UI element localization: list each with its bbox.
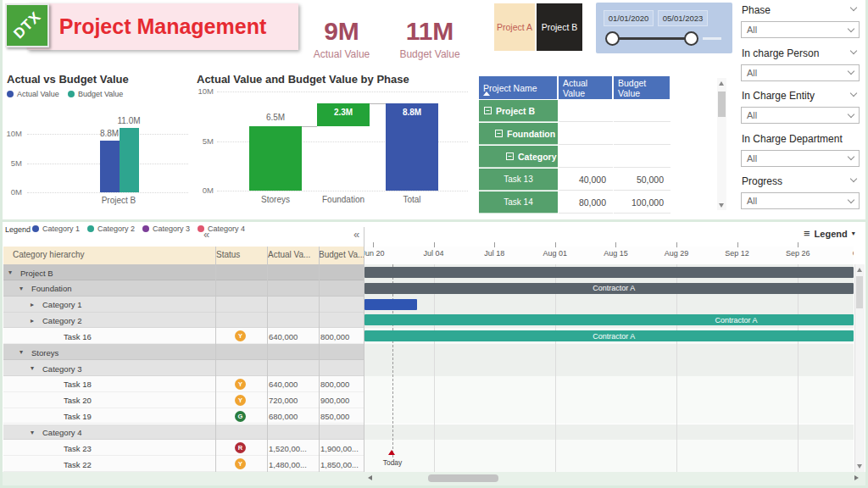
- gantt-bar-task-16[interactable]: Contractor A: [364, 330, 854, 341]
- expand-toggle-icon[interactable]: ▾: [8, 269, 12, 276]
- project-management-dashboard: { "header": { "logo": "DTX", "title": "P…: [0, 0, 868, 488]
- filter-label-phase: Phase: [742, 4, 848, 16]
- chevron-down-icon: [848, 197, 854, 203]
- gantt-row-task-23[interactable]: [3, 440, 364, 456]
- y-tick-label: 5M: [3, 158, 22, 168]
- y-tick-label: 10M: [3, 129, 22, 138]
- gantt-row-task-22[interactable]: [3, 456, 364, 472]
- filter-label-in-charge-person: In charge Person: [742, 47, 848, 59]
- scroll-left-icon[interactable]: [368, 475, 372, 480]
- kpi-budget-value-label: Budget Value: [392, 48, 468, 60]
- collapse-panel-right-icon[interactable]: «: [353, 228, 358, 241]
- chevron-down-icon: [848, 153, 854, 160]
- collapse-box-icon[interactable]: −: [484, 107, 492, 114]
- timeline-tick-mark: [737, 242, 738, 247]
- slider-handle-end[interactable]: [684, 31, 698, 46]
- expand-toggle-icon[interactable]: ▸: [31, 301, 34, 308]
- legend-item-label: Category 4: [208, 225, 245, 233]
- gantt-row-task-19[interactable]: [3, 408, 364, 424]
- gantt-legend-button[interactable]: ≡ Legend ▾: [804, 227, 855, 240]
- matrix-header-budget-value[interactable]: Budget Value: [614, 76, 670, 99]
- matrix-row-foundation[interactable]: −Foundation: [479, 123, 558, 145]
- column-separator: [267, 247, 268, 472]
- timeline-gridline: [555, 264, 556, 472]
- expand-toggle-icon[interactable]: ▸: [31, 317, 34, 324]
- waterfall-bar-storeys[interactable]: [249, 126, 302, 191]
- gantt-row-name: Category 2: [42, 316, 81, 325]
- matrix-actual-cell: [559, 146, 613, 168]
- gantt-row-name: Task 20: [64, 396, 92, 405]
- gantt-row-project-b[interactable]: [3, 264, 364, 280]
- gantt-column-status[interactable]: Status: [216, 250, 240, 259]
- gantt-row-task-20[interactable]: [3, 392, 364, 408]
- matrix-actual-cell: [559, 123, 613, 145]
- expand-toggle-icon[interactable]: ▾: [19, 285, 23, 292]
- bar-budget-value[interactable]: [120, 128, 139, 192]
- expand-toggle-icon[interactable]: ▾: [31, 429, 34, 436]
- matrix-row-category-1[interactable]: −Category 1: [479, 146, 558, 168]
- gantt-row-task-16[interactable]: [3, 328, 364, 344]
- collapse-box-icon[interactable]: −: [506, 152, 514, 160]
- collapse-panel-left-icon[interactable]: «: [203, 228, 208, 241]
- matrix-scrollbar-thumb[interactable]: [718, 92, 726, 117]
- x-axis-label: Total: [386, 195, 438, 204]
- timeline-tick-label: Jul 04: [413, 249, 455, 258]
- gantt-lane-bg: [364, 297, 854, 313]
- gantt-bar-foundation[interactable]: Contractor A: [364, 283, 854, 294]
- filter-dropdown-in-charge-person[interactable]: All: [741, 64, 860, 81]
- gantt-bar-category-1[interactable]: [364, 299, 417, 310]
- gantt-legend-label: Legend: [5, 225, 31, 234]
- expand-toggle-icon[interactable]: ▾: [19, 348, 23, 356]
- legend-item-label: Category 1: [42, 225, 80, 233]
- gantt-row-name: Task 16: [64, 332, 92, 341]
- bar-data-label: 11.0M: [108, 116, 150, 125]
- today-label: Today: [376, 458, 409, 467]
- gantt-column-category-hierarchy[interactable]: Category hierarchy: [13, 250, 84, 259]
- timeline-tick-label: Aug 01: [534, 249, 576, 258]
- matrix-row-project-b[interactable]: −Project B: [479, 100, 558, 122]
- gantt-hscroll-thumb[interactable]: [428, 474, 498, 482]
- matrix-actual-cell: 40,000: [559, 169, 613, 191]
- scroll-down-icon[interactable]: [719, 203, 724, 208]
- timeline-tick-label: Aug 29: [655, 249, 698, 258]
- filter-dropdown-in-charge-department[interactable]: All: [741, 150, 860, 167]
- gantt-vscroll-thumb[interactable]: [856, 276, 863, 308]
- scroll-up-icon[interactable]: [857, 268, 862, 272]
- expand-toggle-icon[interactable]: ▾: [31, 364, 34, 372]
- gantt-bar-label: Contractor A: [593, 332, 635, 341]
- kpi-actual-value-number: 9M: [309, 17, 374, 45]
- matrix-row-task-14[interactable]: Task 14: [479, 191, 558, 214]
- filter-value: All: [747, 196, 757, 206]
- bar-data-label: 8.8M: [386, 108, 438, 117]
- gantt-bar-category-2[interactable]: Contractor A: [364, 314, 854, 325]
- date-range-slider: 01/01/2020 05/01/2023: [596, 3, 732, 53]
- legend-item-label: Category 3: [153, 225, 190, 233]
- bar-actual-value[interactable]: [100, 141, 120, 192]
- matrix-row-task-13[interactable]: Task 13: [479, 169, 558, 191]
- timeline-tick-mark: [434, 242, 435, 247]
- project-b-button[interactable]: Project B: [537, 3, 582, 51]
- gantt-column-budget-va[interactable]: Budget Va...: [319, 250, 364, 259]
- filter-dropdown-in-charge-entity[interactable]: All: [741, 107, 860, 124]
- gantt-timeline-ticks: Jun 20Jul 04Jul 18Aug 01Aug 15Aug 29Sep …: [364, 241, 854, 263]
- scroll-right-icon[interactable]: [854, 475, 859, 480]
- end-date-box[interactable]: 05/01/2023: [658, 10, 708, 26]
- gantt-lane-bg: [364, 360, 854, 376]
- filter-dropdown-progress[interactable]: All: [741, 192, 860, 209]
- y-tick-label: 0M: [195, 186, 214, 195]
- matrix-header-actual-value[interactable]: Actual Value: [559, 76, 613, 99]
- collapse-box-icon[interactable]: −: [495, 130, 503, 137]
- matrix-budget-cell: 50,000: [614, 169, 670, 191]
- project-a-button[interactable]: Project A: [494, 3, 535, 51]
- gantt-bar-project-b[interactable]: [364, 267, 854, 278]
- start-date-box[interactable]: 01/01/2020: [604, 10, 654, 26]
- filter-dropdown-phase[interactable]: All: [741, 21, 860, 38]
- gantt-column-actual-va[interactable]: Actual Va...: [268, 250, 310, 259]
- slider-handle-start[interactable]: [605, 31, 620, 46]
- scroll-down-icon[interactable]: [857, 464, 862, 469]
- legend-item-category-2: Category 2: [87, 225, 135, 233]
- gantt-row-task-18[interactable]: [3, 376, 364, 392]
- matrix-header-project-name[interactable]: Project Name: [479, 76, 558, 99]
- timeline-tick-mark: [615, 242, 616, 247]
- scroll-up-icon[interactable]: [719, 81, 724, 86]
